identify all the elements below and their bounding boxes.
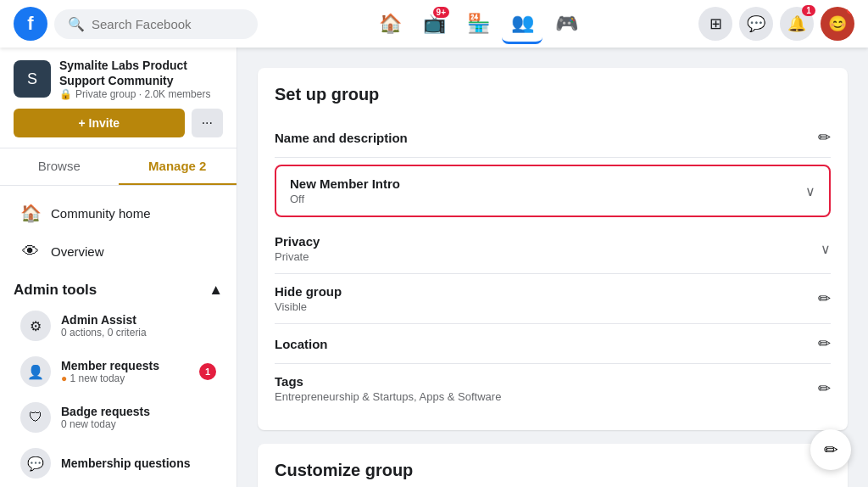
community-home-label: Community home: [51, 206, 151, 221]
new-member-intro-text: New Member Intro Off: [290, 176, 400, 205]
badge-requests-item[interactable]: 🛡 Badge requests 0 new today: [7, 395, 230, 439]
messenger-button[interactable]: 💬: [739, 7, 773, 41]
badge-requests-icon: 🛡: [20, 402, 51, 433]
hide-group-sub: Visible: [275, 300, 342, 313]
membership-questions-item[interactable]: 💬 Membership questions: [7, 441, 230, 485]
group-name: Symalite Labs Product Support Community: [59, 58, 223, 88]
member-requests-details: Member requests ● 1 new today: [61, 359, 159, 384]
overview-icon: 👁: [20, 242, 41, 261]
group-meta: 🔒 Private group · 2.0K members: [59, 88, 223, 100]
privacy-text: Privacy Private: [275, 234, 320, 263]
membership-questions-details: Membership questions: [61, 456, 190, 470]
member-requests-item[interactable]: 👤 Member requests ● 1 new today 1: [7, 350, 230, 394]
admin-tools-collapse-icon[interactable]: ▲: [209, 282, 223, 299]
setup-group-title: Set up group: [275, 85, 831, 104]
group-header: S Symalite Labs Product Support Communit…: [0, 48, 236, 148]
tags-edit-icon[interactable]: ✏: [818, 379, 831, 398]
membership-questions-label: Membership questions: [61, 456, 190, 470]
badge-requests-details: Badge requests 0 new today: [61, 405, 150, 430]
privacy-sub: Private: [275, 250, 320, 263]
member-requests-badge: 1: [199, 363, 216, 380]
privacy-label: Privacy: [275, 234, 320, 249]
group-avatar: S: [14, 60, 51, 98]
admin-assist-label: Admin Assist: [61, 313, 147, 327]
name-desc-label: Name and description: [275, 131, 408, 145]
avatar[interactable]: 😊: [821, 7, 854, 41]
hide-group-label: Hide group: [275, 284, 342, 299]
content-area: Set up group Name and description ✏ New …: [237, 48, 868, 487]
nav-icons: 🏠 📺9+ 🏪 👥 🎮: [264, 3, 692, 44]
admin-tools-label: Admin tools: [14, 282, 97, 299]
member-requests-label: Member requests: [61, 359, 159, 372]
admin-tools-section: Admin tools ▲: [0, 271, 236, 302]
more-button[interactable]: ···: [192, 109, 223, 137]
group-actions: + Invite ···: [14, 109, 223, 137]
setup-group-card: Set up group Name and description ✏ New …: [258, 68, 848, 430]
hide-group-text: Hide group Visible: [275, 284, 342, 313]
member-requests-icon: 👤: [20, 356, 51, 387]
gaming-nav-icon[interactable]: 🎮: [546, 3, 587, 44]
location-edit-icon[interactable]: ✏: [818, 334, 831, 353]
sidebar: S Symalite Labs Product Support Communit…: [0, 48, 237, 487]
admin-assist-sub: 0 actions, 0 criteria: [61, 327, 147, 339]
right-nav: ⊞ 💬 🔔1 😊: [698, 7, 854, 41]
groups-nav-icon[interactable]: 👥: [502, 3, 542, 44]
group-details: Symalite Labs Product Support Community …: [59, 58, 223, 100]
admin-assist-item[interactable]: ⚙ Admin Assist 0 actions, 0 criteria: [7, 304, 230, 348]
member-requests-sub: ● 1 new today: [61, 372, 159, 384]
overview-label: Overview: [51, 244, 104, 259]
hide-group-item: Hide group Visible ✏: [275, 274, 831, 324]
admin-assist-icon: ⚙: [20, 311, 51, 341]
admin-assist-details: Admin Assist 0 actions, 0 criteria: [61, 313, 147, 339]
invite-button[interactable]: + Invite: [14, 109, 185, 137]
manage-tab[interactable]: Manage 2: [119, 148, 237, 185]
video-nav-icon[interactable]: 📺9+: [414, 3, 454, 44]
sidebar-nav: 🏠 Community home 👁 Overview Admin tools …: [0, 186, 236, 487]
privacy-chevron[interactable]: ∨: [821, 241, 831, 257]
name-desc-edit-icon[interactable]: ✏: [818, 128, 831, 147]
new-member-intro-chevron: ∨: [805, 183, 815, 199]
main-layout: S Symalite Labs Product Support Communit…: [0, 48, 868, 487]
search-icon: 🔍: [68, 16, 85, 32]
browse-tab[interactable]: Browse: [0, 148, 119, 185]
badge-requests-label: Badge requests: [61, 405, 150, 418]
top-navigation: f 🔍 🏠 📺9+ 🏪 👥 🎮 ⊞ 💬 🔔1 😊: [0, 0, 868, 48]
customize-group-card: Customize group Web address www.facebook…: [258, 444, 848, 487]
membership-questions-icon: 💬: [20, 448, 51, 479]
grid-button[interactable]: ⊞: [698, 7, 732, 41]
new-member-intro-label: New Member Intro: [290, 176, 400, 191]
new-member-intro-sub: Off: [290, 193, 400, 205]
notifications-button[interactable]: 🔔1: [780, 7, 814, 41]
compose-button[interactable]: ✏: [810, 429, 851, 470]
tags-label: Tags: [275, 374, 501, 389]
sidebar-item-overview[interactable]: 👁 Overview: [7, 233, 230, 270]
privacy-item: Privacy Private ∨: [275, 224, 831, 274]
home-nav-icon[interactable]: 🏠: [370, 3, 410, 44]
badge-requests-sub: 0 new today: [61, 418, 150, 430]
location-item: Location ✏: [275, 324, 831, 364]
search-bar[interactable]: 🔍: [54, 9, 258, 39]
location-text: Location: [275, 337, 328, 351]
tabs: Browse Manage 2: [0, 148, 236, 186]
marketplace-nav-icon[interactable]: 🏪: [458, 3, 498, 44]
tags-item: Tags Entrepreneurship & Startups, Apps &…: [275, 364, 831, 413]
name-desc-text: Name and description: [275, 131, 408, 145]
sidebar-item-community-home[interactable]: 🏠 Community home: [7, 194, 230, 232]
tags-sub: Entrepreneurship & Startups, Apps & Soft…: [275, 390, 501, 403]
customize-group-title: Customize group: [275, 461, 831, 480]
new-member-intro-item[interactable]: New Member Intro Off ∨: [275, 165, 831, 217]
home-icon: 🏠: [20, 203, 41, 223]
search-input[interactable]: [92, 17, 244, 31]
group-info: S Symalite Labs Product Support Communit…: [14, 58, 223, 100]
tags-text: Tags Entrepreneurship & Startups, Apps &…: [275, 374, 501, 403]
name-desc-item: Name and description ✏: [275, 118, 831, 158]
location-label: Location: [275, 337, 328, 351]
hide-group-edit-icon[interactable]: ✏: [818, 289, 831, 308]
facebook-logo[interactable]: f: [14, 7, 47, 41]
